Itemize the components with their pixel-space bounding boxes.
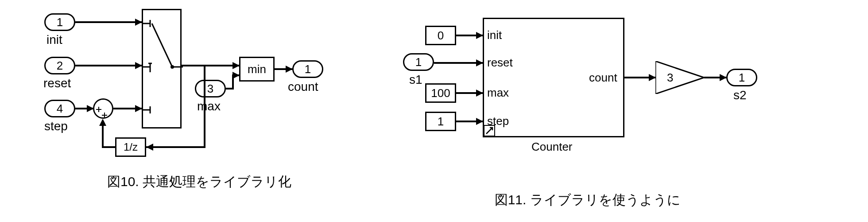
arrowhead-icon bbox=[476, 90, 483, 97]
const-step-value: 1 bbox=[438, 115, 444, 129]
outport-count: 1 bbox=[292, 60, 323, 78]
outport-s2: 1 bbox=[726, 69, 757, 86]
wire bbox=[75, 65, 142, 66]
svg-point-9 bbox=[170, 65, 174, 69]
const-max-value: 100 bbox=[431, 86, 450, 100]
arrowhead-icon bbox=[135, 19, 142, 26]
arrowhead-icon bbox=[232, 62, 240, 69]
library-link-icon bbox=[484, 125, 495, 136]
arrowhead-icon bbox=[99, 119, 106, 126]
inport-s1-label: s1 bbox=[409, 73, 422, 87]
arrowhead-icon bbox=[232, 72, 240, 79]
counter-in-init: init bbox=[487, 28, 502, 42]
arrowhead-icon bbox=[146, 144, 153, 151]
unit-delay-block: 1/z bbox=[115, 137, 146, 157]
arrowhead-icon bbox=[476, 59, 483, 66]
inport-init-num: 1 bbox=[57, 16, 63, 29]
inport-max-label: max bbox=[197, 99, 221, 113]
arrowhead-icon bbox=[476, 32, 483, 39]
inport-s1-num: 1 bbox=[415, 55, 422, 69]
arrowhead-icon bbox=[286, 66, 293, 73]
svg-marker-10 bbox=[655, 61, 704, 94]
figure11-caption: 図11. ライブラリを使うように Kを変更（Lも同様） bbox=[452, 173, 709, 222]
const-init-value: 0 bbox=[438, 29, 444, 43]
switch-block bbox=[142, 9, 182, 129]
counter-in-reset: reset bbox=[487, 56, 513, 70]
figure11-caption-line1: 図11. ライブラリを使うように bbox=[495, 192, 681, 207]
inport-init-label: init bbox=[46, 33, 62, 47]
wire bbox=[146, 146, 205, 148]
figure10-caption: 図10. 共通処理をライブラリ化 bbox=[93, 173, 306, 191]
gain-value: 3 bbox=[667, 71, 673, 85]
inport-reset: 2 bbox=[44, 57, 75, 74]
inport-step: 4 bbox=[44, 100, 75, 117]
wire bbox=[204, 65, 205, 147]
counter-in-max: max bbox=[487, 86, 509, 100]
arrowhead-icon bbox=[87, 105, 94, 112]
outport-s2-num: 1 bbox=[739, 71, 745, 85]
inport-max: 3 bbox=[195, 80, 226, 97]
unit-delay-label: 1/z bbox=[124, 141, 138, 153]
const-max: 100 bbox=[425, 83, 456, 103]
inport-init: 1 bbox=[44, 13, 75, 31]
const-init: 0 bbox=[425, 26, 456, 45]
sum-block bbox=[93, 98, 113, 119]
wire bbox=[75, 21, 142, 23]
counter-subsystem-label: Counter bbox=[531, 140, 573, 154]
arrowhead-icon bbox=[720, 74, 727, 81]
const-step: 1 bbox=[425, 112, 456, 131]
arrowhead-icon bbox=[135, 105, 142, 112]
switch-glyph-icon bbox=[143, 10, 183, 130]
arrowhead-icon bbox=[476, 118, 483, 125]
inport-step-label: step bbox=[44, 119, 68, 133]
wire bbox=[102, 146, 115, 148]
arrowhead-icon bbox=[135, 62, 142, 69]
arrowhead-icon bbox=[649, 74, 656, 81]
min-label: min bbox=[248, 62, 266, 76]
outport-count-label: count bbox=[288, 80, 318, 94]
inport-step-num: 4 bbox=[57, 102, 63, 116]
gain-block: 3 bbox=[655, 61, 704, 94]
outport-s2-label: s2 bbox=[733, 88, 747, 102]
diagram-root: 図10. 共通処理をライブラリ化 1 init 2 reset 4 step bbox=[0, 0, 868, 222]
outport-count-num: 1 bbox=[305, 62, 311, 76]
inport-reset-label: reset bbox=[43, 76, 71, 90]
inport-s1: 1 bbox=[403, 53, 434, 71]
wire bbox=[102, 123, 104, 148]
min-block: min bbox=[239, 57, 275, 82]
wire bbox=[182, 65, 239, 66]
inport-max-num: 3 bbox=[207, 82, 213, 96]
svg-line-7 bbox=[152, 23, 172, 67]
wire bbox=[434, 62, 483, 64]
counter-out-count: count bbox=[589, 71, 617, 85]
inport-reset-num: 2 bbox=[57, 59, 63, 73]
